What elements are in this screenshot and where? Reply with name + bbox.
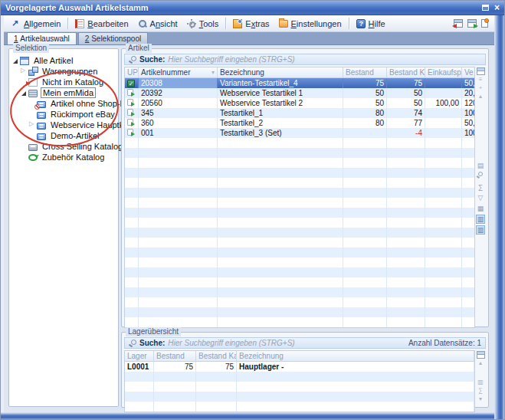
column-header-up[interactable]: UP — [125, 67, 139, 78]
column-header-bestand[interactable]: Bestand — [343, 67, 387, 78]
cell-up — [125, 287, 139, 297]
article-page-icon — [127, 109, 133, 116]
column-header-artikelnummer[interactable]: Artikelnummer▾ — [139, 67, 218, 78]
sum-icon[interactable]: ∑ — [478, 387, 483, 395]
column-header-lager[interactable]: Lager — [125, 351, 154, 362]
new-document-icon[interactable] — [481, 19, 488, 28]
cell-bestand — [343, 168, 387, 178]
close-button[interactable]: × — [494, 3, 500, 12]
scroll-up-icon[interactable]: ▴ — [479, 93, 482, 100]
artikel-search-bar[interactable]: Suche: Hier Suchbegriff eingeben (STRG+S… — [124, 54, 486, 65]
table-row[interactable]: ✓20308Varianten-Testartikel_4757550, — [125, 78, 474, 88]
table-row-empty — [125, 188, 474, 198]
cell-up — [125, 258, 139, 267]
menu-bearbeiten[interactable]: Bearbeiten — [71, 18, 133, 30]
card-view-icon[interactable]: ▥ — [476, 225, 485, 235]
menu-hilfe[interactable]: Hilfe — [352, 18, 390, 30]
caret-expanded-icon[interactable] — [21, 90, 28, 97]
cell-bestand_kalk — [387, 258, 425, 267]
cell-ve — [462, 317, 475, 327]
tab-artikelauswahl[interactable]: 1 Artikelauswahl — [7, 32, 77, 44]
table-row[interactable]: 20392Webservice Testartikel 1505020, — [125, 88, 474, 98]
titlebar[interactable]: Vorgelagerte Auswahl Artikelstamm × — [1, 1, 504, 15]
table-row-empty — [125, 138, 474, 148]
cell-artikelnummer: 20308 — [139, 78, 218, 88]
scroll-down-icon[interactable]: ▾ — [479, 395, 482, 403]
scroll-plus-icon[interactable]: + — [479, 84, 483, 92]
tree-item-warengruppen[interactable]: Warengruppen — [9, 66, 118, 77]
table-row[interactable]: 001Testartikel_3 (Set)-4100 — [125, 128, 474, 138]
table-row[interactable]: 20560Webservice Testartikel 25050100,001… — [125, 98, 474, 108]
cell-bezeichnung: Webservice Testartikel 1 — [218, 88, 343, 98]
menu-einstellungen[interactable]: Einstellungen — [274, 18, 346, 30]
cell-up — [125, 297, 139, 307]
menu-extras[interactable]: Extras — [228, 18, 274, 30]
menu-tools[interactable]: Tools — [182, 18, 224, 30]
caret-expanded-icon[interactable] — [12, 57, 19, 64]
tree-item-artikel-ohne-shop-kategorie[interactable]: Artikel ohne Shop-Kategorie — [9, 98, 118, 109]
article-page-icon — [127, 89, 133, 96]
cell-ve — [462, 218, 475, 228]
column-header-einkaufspreis[interactable]: Einkaufspreis — [425, 67, 462, 78]
cell-bestand_kalk — [387, 228, 425, 238]
column-header-bezeichnung[interactable]: Bezeichnung — [237, 351, 474, 362]
column-chooser-icon[interactable] — [477, 67, 485, 75]
column-header-bestand-kalk[interactable]: Bestand Kalk. — [387, 67, 425, 78]
cell-bestand — [154, 372, 196, 382]
app-window: Vorgelagerte Auswahl Artikelstamm × Allg… — [0, 0, 505, 420]
cell-bezeichnung — [237, 372, 474, 382]
cell-einkaufspreis — [425, 168, 462, 178]
kategorie-icon — [37, 123, 46, 130]
artikel-side-strip: ≡+▴▤∑▽▦▥▥ — [475, 67, 486, 328]
cross-selling-icon — [28, 144, 38, 151]
export-table-add-icon[interactable] — [467, 19, 477, 28]
panel-icon[interactable]: ▥ — [477, 379, 484, 386]
cell-ve — [462, 208, 475, 218]
cell-bezeichnung — [218, 138, 343, 148]
cell-up — [125, 267, 139, 277]
tree-item-nicht-im-katalog[interactable]: Nicht im Katalog — [9, 77, 118, 87]
cell-up — [125, 128, 139, 138]
column-chooser-icon[interactable] — [477, 351, 485, 359]
cell-einkaufspreis — [425, 208, 462, 218]
ansicht-icon — [138, 19, 147, 28]
table-row[interactable]: L00017575Hauptlager - — [125, 362, 474, 372]
filter-icon[interactable]: ▽ — [476, 193, 485, 202]
tree-item-webservice-hauptkategorie[interactable]: Webservice Hauptkategorie — [9, 120, 118, 130]
restore-button[interactable] — [482, 3, 489, 12]
sum-icon[interactable]: ∑ — [476, 182, 485, 192]
article-page-icon — [127, 99, 133, 106]
column-header-bestand[interactable]: Bestand — [154, 351, 196, 362]
cell-up — [125, 208, 139, 218]
column-header-bezeichnung[interactable]: Bezeichnung — [218, 67, 343, 78]
menu-allgemein[interactable]: Allgemein — [7, 18, 65, 30]
table-row[interactable]: 360Testartikel_2807750, — [125, 118, 474, 128]
column-header-ve[interactable]: Ve — [462, 67, 475, 78]
search-label: Suche: — [139, 339, 165, 347]
tree-item-alle-artikel[interactable]: Alle Artikel — [9, 55, 118, 66]
menu-label: Extras — [245, 19, 269, 28]
table-row[interactable]: 345Testartikel_18074100 — [125, 108, 474, 118]
scroll-up-icon[interactable]: ▴ — [479, 359, 482, 367]
column-header-bestand-kalk[interactable]: Bestand Kalk. — [196, 351, 237, 362]
cell-bezeichnung — [218, 287, 343, 297]
tree-item-rückimport-ebay[interactable]: Rückimport eBay — [9, 109, 118, 120]
lager-search-bar[interactable]: Suche: Hier Suchbegriff eingeben (STRG+S… — [124, 337, 486, 349]
scroll-fixed-icon[interactable]: ≡ — [479, 76, 483, 84]
caret-collapsed-icon[interactable] — [21, 68, 28, 75]
menu-ansicht[interactable]: Ansicht — [133, 18, 182, 30]
tree-item-demo-artikel[interactable]: Demo-Artikel — [9, 130, 118, 141]
tree-item-cross-selling-katalog[interactable]: Cross Selling Katalog — [9, 141, 118, 152]
table-row-empty — [125, 307, 474, 317]
export-icon[interactable]: ▦ — [476, 204, 485, 213]
caret-collapsed-icon[interactable] — [29, 122, 36, 129]
list-icon[interactable]: ▤ — [476, 161, 485, 170]
grid-view-icon[interactable]: ▥ — [476, 215, 485, 224]
cell-bestand_kalk: 50 — [387, 98, 425, 108]
export-table-remove-icon[interactable] — [454, 19, 463, 28]
cell-einkaufspreis — [425, 258, 462, 267]
tree-item-zubehör-katalog[interactable]: Zubehör Katalog — [9, 152, 118, 162]
tree-item-mein-emmida[interactable]: Mein emMida — [9, 87, 118, 98]
search-icon[interactable] — [476, 172, 485, 181]
tab-selektionspool[interactable]: 2 Selektionspool — [78, 32, 148, 44]
